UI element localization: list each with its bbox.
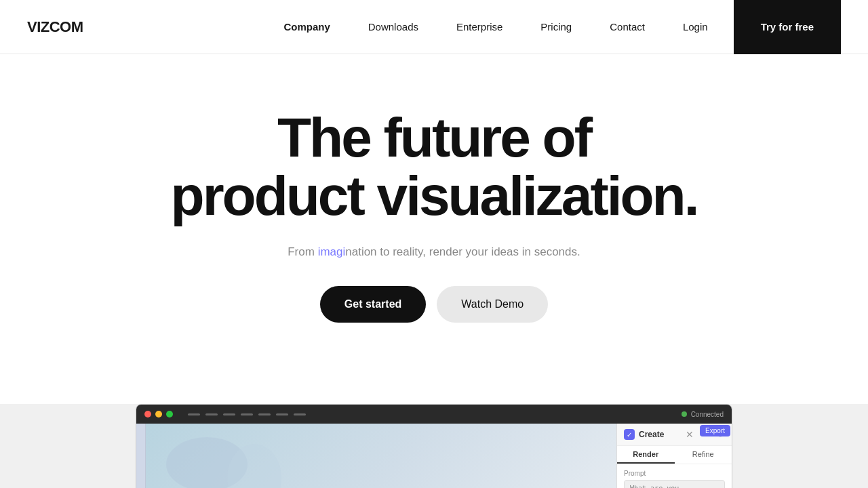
nav-link-company[interactable]: Company: [264, 0, 349, 54]
navbar: VIZCOM Company Downloads Enterprise Pric…: [0, 0, 868, 54]
export-button[interactable]: Export: [700, 425, 730, 436]
hero-title: The future of product visualization.: [129, 108, 739, 225]
app-canvas: [146, 424, 616, 488]
panel-title: Create: [639, 430, 664, 439]
toolbar-icon-1: [188, 413, 200, 415]
toolbar-dot-green: [166, 411, 173, 418]
nav-link-enterprise[interactable]: Enterprise: [437, 0, 521, 54]
nav-links: Company Downloads Enterprise Pricing Con…: [264, 0, 841, 54]
toolbar-icon-4: [241, 413, 253, 415]
check-icon: ✓: [627, 431, 632, 439]
app-body: Export ✓ Create ✕ ⤢ Render Refine: [136, 424, 732, 488]
hero-section: The future of product visualization. Fro…: [0, 54, 868, 404]
app-preview-section: Connected Export ✓ Create ✕: [0, 404, 868, 488]
toolbar-icon-5: [258, 413, 271, 415]
app-toolbar: Connected: [136, 405, 732, 424]
watch-demo-button[interactable]: Watch Demo: [437, 286, 548, 323]
toolbar-icons: [188, 413, 306, 415]
toolbar-dot-yellow: [155, 411, 162, 418]
prompt-input[interactable]: [624, 480, 725, 488]
app-panel: Export ✓ Create ✕ ⤢ Render Refine: [616, 424, 732, 488]
toolbar-icon-7: [294, 413, 306, 415]
cta-buttons: Get started Watch Demo: [27, 286, 841, 323]
panel-icon: ✓: [624, 429, 635, 440]
get-started-button[interactable]: Get started: [320, 286, 426, 323]
logo[interactable]: VIZCOM: [27, 18, 83, 36]
toolbar-icon-2: [205, 413, 218, 415]
toolbar-status: Connected: [682, 411, 724, 418]
hero-subtitle: From imagination to reality, render your…: [27, 245, 841, 259]
prompt-label: Prompt: [624, 470, 725, 477]
status-text: Connected: [691, 411, 724, 418]
panel-close-button[interactable]: ✕: [686, 429, 694, 440]
hero-title-line1: The future of: [277, 106, 591, 168]
nav-link-downloads[interactable]: Downloads: [349, 0, 437, 54]
status-indicator: [682, 411, 687, 417]
toolbar-dot-red: [144, 411, 151, 418]
tab-render[interactable]: Render: [617, 446, 675, 464]
nav-link-contact[interactable]: Contact: [591, 0, 664, 54]
toolbar-icon-6: [276, 413, 288, 415]
nav-link-login[interactable]: Login: [664, 0, 727, 54]
toolbar-icon-3: [223, 413, 235, 415]
nav-link-pricing[interactable]: Pricing: [521, 0, 591, 54]
panel-tabs: Render Refine: [617, 446, 732, 464]
panel-body: Prompt: [617, 464, 732, 488]
panel-title-row: ✓ Create: [624, 429, 664, 440]
hero-title-line2: product visualization.: [171, 165, 698, 226]
app-window: Connected Export ✓ Create ✕: [136, 404, 732, 488]
hero-subtitle-text: From imagination to reality, render your…: [288, 245, 580, 258]
try-free-button[interactable]: Try for free: [734, 0, 841, 54]
tab-refine[interactable]: Refine: [675, 446, 732, 464]
left-sidebar: [136, 424, 146, 488]
